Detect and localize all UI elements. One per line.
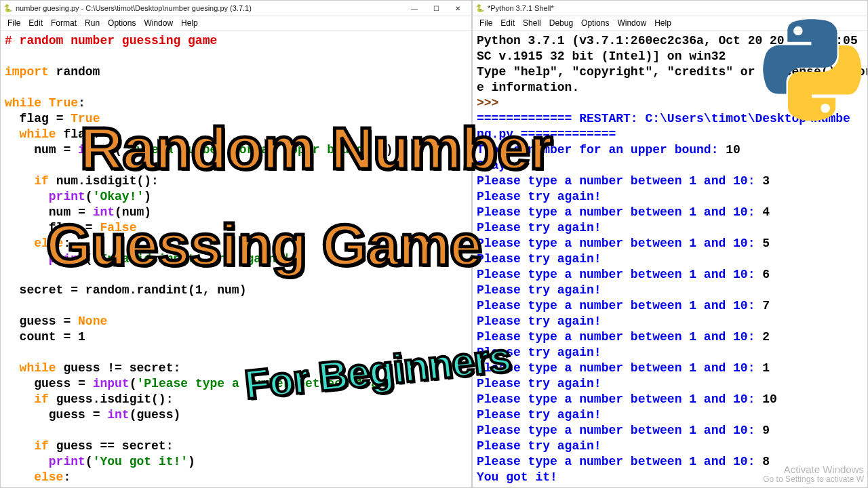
shell-line: Please try again!: [477, 377, 601, 390]
menu-window[interactable]: Window: [140, 17, 177, 29]
code-text: [93, 221, 100, 235]
menu-file[interactable]: File: [475, 17, 496, 29]
shell-line: Please try again!: [477, 190, 601, 203]
code-keyword: False: [100, 221, 136, 235]
code-function: print: [5, 455, 85, 468]
code-text: [71, 314, 78, 328]
shell-line: Python 3.7.1 (v3.7.1:260ec2c36a, Oct 20 …: [477, 34, 858, 47]
code-text: :: [63, 237, 71, 250]
shell-line: Please type a number between 1 and 10:: [477, 205, 762, 219]
shell-prompt: >>>: [477, 96, 498, 110]
shell-title: *Python 3.7.1 Shell*: [488, 4, 865, 12]
maximize-button[interactable]: ☐: [425, 1, 447, 15]
code-text: num: [5, 143, 63, 157]
shell-input: 1: [762, 361, 770, 375]
code-string: 'Okay!': [93, 190, 144, 203]
menu-options[interactable]: Options: [104, 17, 140, 29]
code-text: flag:: [63, 127, 100, 141]
code-keyword: None: [78, 314, 107, 328]
menu-edit[interactable]: Edit: [24, 17, 47, 29]
code-text: ): [144, 190, 151, 203]
code-text: guess: [5, 377, 78, 390]
code-text: [85, 377, 93, 390]
code-text: (: [130, 377, 137, 390]
code-text: count: [5, 330, 63, 344]
code-text: (: [85, 486, 93, 487]
code-string: 'Please try again!': [93, 486, 232, 487]
shell-line: Please type a number between 1 and 10:: [477, 299, 762, 312]
code-text: :: [78, 96, 85, 110]
code-text: (: [85, 252, 93, 266]
menu-format[interactable]: Format: [47, 17, 81, 29]
code-keyword: if: [5, 439, 56, 453]
code-string: 'You got it!': [93, 455, 188, 468]
shell-input: 9: [762, 424, 770, 437]
shell-line: ng.py =============: [477, 127, 616, 141]
minimize-button[interactable]: —: [403, 1, 425, 15]
menu-window[interactable]: Window: [613, 17, 650, 29]
shell-line: Please try again!: [477, 314, 601, 328]
menu-file[interactable]: File: [3, 17, 24, 29]
shell-line: Please type a number between 1 and 10:: [477, 174, 762, 188]
window-controls: — ☐ ✕: [403, 1, 469, 15]
code-text: (num): [115, 205, 151, 219]
code-keyword: else: [5, 470, 63, 484]
menu-help[interactable]: Help: [650, 17, 675, 29]
code-text: secret: [5, 283, 71, 297]
code-text: =: [85, 221, 93, 235]
python-file-icon: 🐍: [3, 3, 13, 13]
code-keyword: True: [49, 96, 78, 110]
shell-line: Please try again!: [477, 346, 601, 359]
code-function: print: [5, 190, 85, 203]
code-keyword: import: [5, 65, 49, 79]
code-text: =: [63, 143, 71, 157]
menu-debug[interactable]: Debug: [545, 17, 577, 29]
shell-line: You got it!: [477, 470, 557, 484]
menu-help[interactable]: Help: [177, 17, 202, 29]
menu-options[interactable]: Options: [577, 17, 613, 29]
shell-input: 8: [762, 455, 770, 468]
shell-line: Please type a number between 1 and 10:: [477, 330, 762, 344]
shell-output[interactable]: Python 3.7.1 (v3.7.1:260ec2c36a, Oct 20 …: [473, 30, 867, 487]
editor-title: number guesing.py - C:\Users\timot\Deskt…: [16, 4, 403, 12]
shell-menubar: File Edit Shell Debug Options Window Hel…: [473, 16, 867, 30]
code-text: ): [188, 455, 195, 468]
code-text: num.isdigit():: [56, 174, 159, 188]
shell-input: 7: [762, 299, 770, 312]
close-button[interactable]: ✕: [447, 1, 469, 15]
code-function: print: [5, 252, 85, 266]
shell-line: Please type a number between 1 and 10:: [477, 424, 762, 437]
shell-input: 5: [762, 237, 770, 250]
shell-line: Please try again!: [477, 221, 601, 235]
shell-line: Please try again!: [477, 252, 601, 266]
code-text: =: [93, 408, 100, 422]
python-shell-icon: 🐍: [475, 3, 485, 13]
shell-line: Please try again!: [477, 439, 601, 453]
code-keyword: while: [5, 361, 63, 375]
editor-titlebar: 🐍 number guesing.py - C:\Users\timot\Des…: [1, 1, 471, 16]
code-editor[interactable]: # random number guessing game import ran…: [1, 30, 471, 487]
code-text: (: [115, 143, 122, 157]
code-keyword: while: [5, 96, 49, 110]
shell-input: 6: [762, 268, 770, 281]
code-text: =: [78, 377, 85, 390]
code-string: 'Invalid input! Try Again!': [93, 252, 291, 266]
shell-input: 10: [726, 143, 741, 157]
code-text: [85, 205, 93, 219]
code-text: ): [290, 252, 298, 266]
code-text: (: [85, 190, 93, 203]
menu-edit[interactable]: Edit: [496, 17, 519, 29]
code-text: [63, 112, 71, 125]
menu-shell[interactable]: Shell: [519, 17, 545, 29]
code-text: random.randint(1, num): [78, 283, 246, 297]
shell-line: Please try again!: [477, 408, 601, 422]
code-text: =: [56, 112, 64, 125]
code-text: =: [63, 314, 71, 328]
code-text: ): [232, 486, 239, 487]
menu-run[interactable]: Run: [81, 17, 104, 29]
shell-line: Please type a number between 1 and 10:: [477, 455, 762, 468]
code-text: [100, 408, 107, 422]
shell-line: It took you 10 guesses!: [477, 486, 645, 487]
shell-line: e information.: [477, 81, 579, 94]
code-function: input: [78, 143, 115, 157]
